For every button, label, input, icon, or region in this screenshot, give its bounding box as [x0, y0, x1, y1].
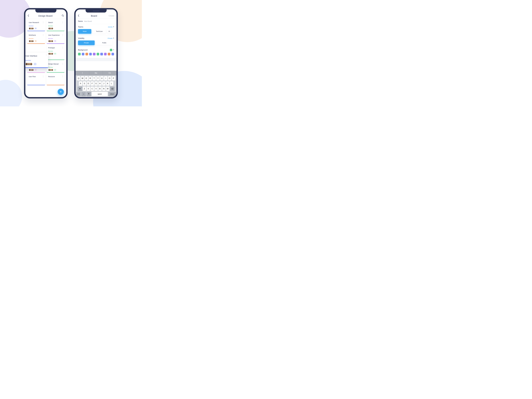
color-swatch[interactable] — [82, 53, 84, 55]
name-label: Name — [78, 20, 83, 22]
card-menu-icon[interactable] — [62, 34, 63, 36]
color-swatch[interactable] — [78, 53, 81, 55]
key[interactable]: I — [104, 76, 108, 81]
color-swatch[interactable] — [108, 53, 110, 55]
create-button[interactable]: Create — [109, 15, 114, 17]
member-avatars: 2+ — [48, 53, 63, 55]
prediction-bar: ItheI'm — [76, 71, 116, 75]
key[interactable]: Q — [77, 76, 80, 81]
board-card[interactable]: User InterfaceMember2+ — [25, 53, 48, 68]
color-swatch[interactable] — [100, 53, 103, 55]
teams-label: Teams — [78, 26, 83, 28]
board-card[interactable]: User Flow — [27, 74, 45, 85]
keyboard: ItheI'm QWERTYUIOP ASDFGHJKL ZXCVBNM 123… — [76, 71, 116, 97]
key[interactable]: P — [112, 76, 115, 81]
color-swatch[interactable] — [89, 53, 92, 55]
card-title: User Flow — [29, 76, 44, 77]
member-label: Member — [48, 25, 63, 27]
prediction-item[interactable]: I'm — [103, 71, 116, 75]
visibility-chip[interactable]: Private — [78, 40, 95, 45]
prediction-item[interactable]: I — [76, 71, 89, 75]
board-card[interactable]: User ExperienceMember7+ — [47, 33, 65, 44]
key[interactable]: N — [102, 87, 106, 91]
board-card[interactable]: PrototypeMember2+ — [47, 45, 65, 60]
card-menu-icon[interactable] — [42, 21, 44, 24]
mic-key[interactable] — [86, 92, 91, 96]
team-chip[interactable]: None — [78, 29, 91, 34]
key[interactable]: F — [91, 81, 94, 86]
numbers-key[interactable]: 123 — [76, 92, 81, 96]
card-menu-icon[interactable] — [62, 63, 63, 65]
return-key[interactable]: return — [108, 92, 116, 96]
card-menu-icon[interactable] — [45, 54, 47, 56]
avatar — [32, 27, 34, 30]
team-chip[interactable]: TechCare — [93, 29, 106, 34]
add-board-fab[interactable] — [58, 89, 64, 95]
member-avatars: 9+ — [29, 27, 44, 30]
key[interactable]: V — [95, 87, 98, 91]
board-card[interactable]: Resource — [47, 74, 65, 85]
board-card[interactable]: User ResearchMember9+ — [27, 20, 45, 31]
key[interactable]: W — [81, 76, 84, 81]
color-swatch[interactable] — [93, 53, 95, 55]
visibility-label: Visibility — [78, 37, 84, 39]
board-card[interactable]: WireframeMember9+ — [27, 33, 45, 44]
space-key[interactable]: space — [92, 92, 108, 96]
key[interactable]: D — [87, 81, 90, 86]
emoji-key[interactable]: ☺ — [81, 92, 86, 96]
key[interactable]: G — [95, 81, 98, 86]
color-swatch[interactable] — [85, 53, 88, 55]
board-card[interactable]: Design ManualMember2+ — [47, 62, 65, 73]
key[interactable]: L — [110, 81, 113, 86]
card-menu-icon[interactable] — [42, 34, 44, 36]
visibility-chip[interactable]: Public — [96, 40, 113, 45]
key[interactable]: C — [91, 87, 94, 91]
key[interactable]: U — [100, 76, 103, 81]
key[interactable]: M — [106, 87, 109, 91]
key[interactable]: T — [92, 76, 96, 81]
color-swatch[interactable] — [97, 53, 99, 55]
card-menu-icon[interactable] — [62, 21, 63, 24]
avatar — [51, 69, 53, 71]
form-scroll: Name New Board Teams (none) NoneTechCare… — [76, 19, 116, 97]
teams-row[interactable]: Teams (none) — [76, 24, 116, 29]
shift-key[interactable] — [78, 87, 82, 91]
board-card[interactable]: SketchMember — [47, 20, 65, 31]
background-swatches — [76, 52, 116, 58]
form-spacer — [76, 58, 116, 61]
card-menu-icon[interactable] — [62, 75, 63, 78]
board-grid-scroll[interactable]: User ResearchMember9+SketchMemberWirefra… — [25, 19, 66, 97]
key[interactable]: O — [108, 76, 111, 81]
back-button[interactable] — [28, 14, 29, 17]
key[interactable]: S — [83, 81, 86, 86]
card-menu-icon[interactable] — [42, 75, 44, 78]
name-field[interactable]: Name New Board — [76, 19, 116, 24]
card-menu-icon[interactable] — [62, 46, 63, 49]
key[interactable]: Y — [96, 76, 100, 81]
prediction-item[interactable]: the — [89, 71, 103, 75]
key[interactable]: X — [87, 87, 90, 91]
team-chip[interactable]: Fr — [107, 29, 112, 34]
backspace-key[interactable] — [110, 87, 115, 91]
search-button[interactable] — [62, 14, 64, 17]
key[interactable]: B — [98, 87, 102, 91]
color-swatch[interactable] — [112, 53, 114, 55]
key[interactable]: E — [85, 76, 88, 81]
background-row[interactable]: Background — [76, 47, 116, 52]
page-title: Board — [91, 14, 97, 17]
back-button[interactable] — [78, 14, 79, 17]
visibility-row[interactable]: Visibility Private — [76, 36, 116, 40]
card-title: Sketch — [48, 22, 63, 23]
color-swatch[interactable] — [104, 53, 107, 55]
key[interactable]: R — [89, 76, 92, 81]
card-title: Prototype — [48, 47, 63, 49]
avatar — [51, 40, 53, 42]
member-label: Member — [48, 67, 63, 68]
key[interactable]: Z — [83, 87, 86, 91]
key[interactable]: J — [102, 81, 106, 86]
svg-rect-6 — [89, 93, 89, 94]
name-input[interactable]: New Board — [84, 20, 92, 22]
key[interactable]: K — [106, 81, 109, 86]
key[interactable]: A — [79, 81, 82, 86]
key[interactable]: H — [98, 81, 102, 86]
